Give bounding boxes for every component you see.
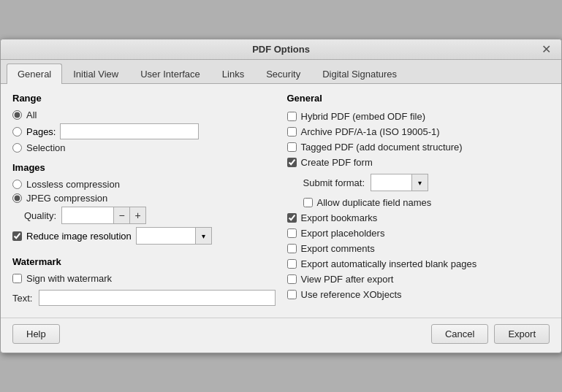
hybrid-pdf-label[interactable]: Hybrid PDF (embed ODF file): [301, 111, 425, 122]
watermark-title: Watermark: [12, 256, 276, 267]
export-bookmarks-row: Export bookmarks: [287, 212, 550, 223]
export-placeholders-row: Export placeholders: [287, 228, 550, 239]
dialog-body: Range All Pages: Selection Images: [1, 84, 561, 315]
cancel-button[interactable]: Cancel: [431, 324, 488, 344]
jpeg-label[interactable]: JPEG compression: [26, 193, 107, 204]
dialog-footer: Help Cancel Export: [1, 318, 561, 353]
help-button[interactable]: Help: [12, 324, 60, 344]
create-pdf-form-row: Create PDF form: [287, 157, 550, 168]
tagged-pdf-row: Tagged PDF (add document structure): [287, 142, 550, 153]
right-panel: General Hybrid PDF (embed ODF file) Arch…: [287, 93, 550, 306]
export-placeholders-checkbox[interactable]: [287, 228, 297, 238]
lossless-radio[interactable]: [12, 180, 22, 189]
range-all-radio[interactable]: [12, 110, 22, 120]
tagged-pdf-label[interactable]: Tagged PDF (add document structure): [301, 142, 463, 153]
submit-format-row: Submit format: FDF ▾: [303, 174, 550, 191]
tab-general[interactable]: General: [7, 64, 62, 84]
archive-pdf-label[interactable]: Archive PDF/A-1a (ISO 19005-1): [301, 126, 440, 137]
export-comments-row: Export comments: [287, 243, 550, 254]
range-title: Range: [12, 93, 276, 104]
range-pages-radio[interactable]: [12, 127, 22, 137]
allow-duplicate-label[interactable]: Allow duplicate field names: [317, 197, 432, 208]
range-all-row: All: [12, 109, 276, 120]
view-pdf-row: View PDF after export: [287, 274, 550, 285]
images-lossless-row: Lossless compression: [12, 179, 276, 190]
tab-bar: General Initial View User Interface Link…: [1, 60, 561, 84]
quality-row: Quality: 90% − +: [24, 207, 276, 224]
export-blank-pages-row: Export automatically inserted blank page…: [287, 258, 550, 269]
quality-increment-button[interactable]: +: [129, 207, 145, 223]
reduce-resolution-label[interactable]: Reduce image resolution: [26, 231, 132, 242]
export-bookmarks-checkbox[interactable]: [287, 213, 297, 223]
create-pdf-form-label[interactable]: Create PDF form: [301, 157, 373, 168]
tab-initial-view[interactable]: Initial View: [62, 64, 129, 84]
use-reference-checkbox[interactable]: [287, 290, 297, 299]
archive-pdf-row: Archive PDF/A-1a (ISO 19005-1): [287, 126, 550, 137]
allow-duplicate-checkbox[interactable]: [303, 198, 313, 207]
range-selection-label[interactable]: Selection: [26, 142, 65, 153]
export-blank-pages-checkbox[interactable]: [287, 259, 297, 269]
fdf-dropdown-button[interactable]: ▾: [411, 174, 428, 191]
range-section: Range All Pages: Selection: [12, 93, 276, 153]
dpi-select-group: 300 DPI ▾: [136, 227, 212, 245]
submit-format-label: Submit format:: [303, 177, 365, 188]
range-all-label[interactable]: All: [26, 109, 37, 120]
hybrid-pdf-checkbox[interactable]: [287, 112, 297, 121]
use-reference-label[interactable]: Use reference XObjects: [301, 289, 402, 300]
quality-decrement-button[interactable]: −: [113, 207, 129, 223]
export-comments-checkbox[interactable]: [287, 244, 297, 253]
dpi-input[interactable]: 300 DPI: [137, 228, 195, 244]
archive-pdf-checkbox[interactable]: [287, 127, 297, 137]
export-bookmarks-label[interactable]: Export bookmarks: [301, 212, 378, 223]
dialog-title: PDF Options: [252, 44, 310, 55]
quality-input[interactable]: 90%: [62, 207, 113, 223]
hybrid-pdf-row: Hybrid PDF (embed ODF file): [287, 111, 550, 122]
title-bar: PDF Options ✕: [1, 39, 561, 60]
range-selection-row: Selection: [12, 142, 276, 153]
range-pages-input[interactable]: [60, 123, 199, 139]
close-button[interactable]: ✕: [539, 44, 554, 55]
pdf-options-dialog: PDF Options ✕ General Initial View User …: [0, 39, 562, 353]
tab-digital-signatures[interactable]: Digital Signatures: [311, 64, 408, 84]
export-button[interactable]: Export: [494, 324, 550, 344]
jpeg-radio[interactable]: [12, 193, 22, 203]
dpi-dropdown-button[interactable]: ▾: [195, 228, 211, 244]
sign-watermark-checkbox[interactable]: [12, 274, 22, 283]
use-reference-row: Use reference XObjects: [287, 289, 550, 300]
range-selection-radio[interactable]: [12, 143, 22, 153]
images-title: Images: [12, 162, 276, 173]
lossless-label[interactable]: Lossless compression: [26, 179, 120, 190]
tagged-pdf-checkbox[interactable]: [287, 142, 297, 152]
quality-input-group: 90% − +: [61, 207, 146, 224]
images-section: Images Lossless compression JPEG compres…: [12, 162, 276, 245]
view-pdf-checkbox[interactable]: [287, 274, 297, 284]
right-general-title: General: [287, 93, 550, 104]
watermark-text-label: Text:: [12, 293, 34, 304]
tab-user-interface[interactable]: User Interface: [129, 64, 211, 84]
footer-right: Cancel Export: [431, 324, 550, 344]
fdf-input[interactable]: FDF: [371, 174, 411, 191]
left-panel: Range All Pages: Selection Images: [12, 93, 276, 306]
view-pdf-label[interactable]: View PDF after export: [301, 274, 394, 285]
watermark-sign-row: Sign with watermark: [12, 273, 276, 284]
export-comments-label[interactable]: Export comments: [301, 243, 375, 254]
reduce-resolution-checkbox[interactable]: [12, 231, 22, 241]
watermark-section: Watermark Sign with watermark Text:: [12, 256, 276, 306]
fdf-select-group: FDF ▾: [371, 174, 428, 191]
export-placeholders-label[interactable]: Export placeholders: [301, 228, 385, 239]
tab-links[interactable]: Links: [211, 64, 255, 84]
watermark-text-input[interactable]: [39, 290, 276, 306]
allow-duplicate-row: Allow duplicate field names: [303, 197, 550, 208]
export-blank-pages-label[interactable]: Export automatically inserted blank page…: [301, 258, 477, 269]
tab-security[interactable]: Security: [255, 64, 311, 84]
create-pdf-form-checkbox[interactable]: [287, 158, 297, 167]
quality-label: Quality:: [24, 210, 57, 221]
watermark-text-row: Text:: [12, 290, 276, 306]
dpi-row: Reduce image resolution 300 DPI ▾: [12, 227, 276, 245]
range-pages-row: Pages:: [12, 123, 276, 139]
range-pages-label[interactable]: Pages:: [26, 126, 56, 137]
sign-watermark-label[interactable]: Sign with watermark: [26, 273, 112, 284]
images-jpeg-row: JPEG compression: [12, 193, 276, 204]
